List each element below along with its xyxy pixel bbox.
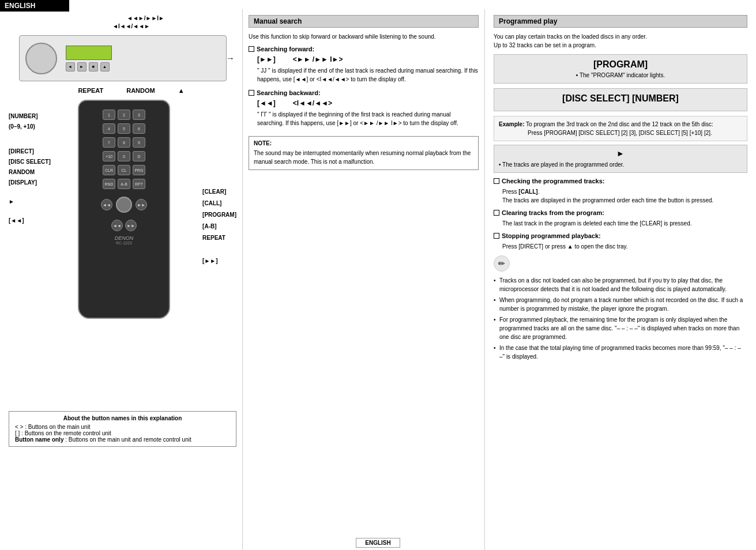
random-label: RANDOM — [126, 87, 155, 94]
footer: ENGLISH — [0, 536, 756, 550]
fwd-note: " JJ " is displayed if the end of the la… — [257, 66, 479, 84]
eject-label: ▲ — [178, 87, 185, 94]
remote-action-row1: CLR CL PRG — [103, 165, 145, 175]
note-title: NOTE: — [254, 140, 473, 146]
fwd-btn1: [►►] — [257, 55, 276, 63]
remote-numpad-row1: 1 2 3 — [103, 110, 145, 120]
play-arrow: ► — [499, 149, 742, 158]
remote-btn-repeat[interactable]: RPT — [133, 179, 145, 189]
checkbox-icon-clear — [494, 210, 499, 216]
remote-btn-next[interactable]: ►► — [136, 199, 147, 210]
back-arrow-label: ◄I◄◄/◄◄► — [112, 23, 150, 29]
bwd-btn1: [◄◄] — [257, 99, 276, 107]
remote-label-clear-r: [CLEAR] — [202, 186, 236, 198]
prog-intro2: Up to 32 tracks can be set in a program. — [494, 41, 747, 50]
remote-label-number-sub: (0–9, +10) — [9, 122, 51, 132]
example-text: To program the 3rd track on the 2nd disc… — [526, 121, 713, 127]
example-label: Example: — [499, 121, 524, 127]
remote-btn-play-center[interactable] — [116, 197, 132, 213]
cd-tray — [25, 43, 57, 74]
remote-btn-0[interactable]: 0 — [118, 151, 130, 161]
remote-label-ab-r: [A-B] — [202, 221, 236, 232]
checkbox-icon-stop — [494, 233, 499, 239]
note-text: The sound may be interrupted momentarily… — [254, 149, 473, 166]
prog-intro1: You can play certain tracks on the loade… — [494, 32, 747, 41]
prog-note-1: Tracks on a disc not loaded can also be … — [494, 276, 747, 293]
cd-btn-3: ■ — [89, 62, 98, 71]
remote-numpad-row2: 4 5 6 — [103, 123, 145, 134]
remote-btn-3[interactable]: 3 — [133, 110, 145, 120]
remote-label-display: [DISPLAY] — [9, 178, 51, 188]
cd-btn-1: ◄ — [66, 62, 75, 71]
remote-btn-ab[interactable]: A-B — [118, 179, 130, 189]
remote-label-program-r: [PROGRAM] — [202, 209, 236, 221]
remote-brand-label: DENON — [115, 235, 134, 241]
forward-button-examples: [►►] <►► /►► I►> — [257, 55, 479, 63]
remote-play-section: ◄◄ ►► — [101, 195, 147, 214]
remote-numpad-row3: 7 8 9 — [103, 137, 145, 148]
remote-btn-7[interactable]: 7 — [103, 137, 115, 148]
legend-item-2: [ ] : Buttons on the remote control unit — [15, 430, 230, 436]
remote-action-row2: RND A-B RPT — [103, 179, 145, 189]
legend-box: About the button names in this explanati… — [9, 411, 236, 447]
prog-note-4: In the case that the total playing time … — [494, 344, 747, 361]
remote-btn-disc[interactable]: D — [133, 151, 145, 161]
remote-label-play: ► — [9, 197, 51, 207]
checking-text2: The tracks are displayed in the programm… — [502, 196, 747, 205]
remote-label-disc-select: [DISC SELECT] — [9, 157, 51, 167]
bwd-btn2: <I◄◄/◄◄> — [293, 99, 332, 107]
repeat-label: REPEAT — [78, 87, 103, 94]
remote-btn-ff[interactable]: ►► — [125, 220, 137, 231]
remote-label-direct: [DIRECT] — [9, 146, 51, 157]
remote-btn-program[interactable]: PRG — [133, 165, 145, 175]
remote-label-repeat-r: REPEAT — [202, 232, 236, 244]
remote-label-random: RANDOM — [9, 167, 51, 178]
stopping-title: Stopping programmed playback: — [494, 232, 747, 239]
remote-btn-6[interactable]: 6 — [133, 123, 145, 134]
arrows-top: ◄◄►/►►I► — [9, 15, 236, 21]
example-box: Example: To program the 3rd track on the… — [494, 116, 747, 141]
cd-btn-2: ► — [77, 62, 86, 71]
remote-btn-5[interactable]: 5 — [118, 123, 130, 134]
checking-call: [CALL] — [518, 189, 537, 195]
remote-btn-10[interactable]: +10 — [103, 151, 115, 161]
bwd-note: " ΓΓ " is displayed if the beginning of … — [257, 110, 479, 127]
note-box: NOTE: The sound may be interrupted momen… — [249, 136, 479, 170]
play-arrow-box: ► • The tracks are played in the program… — [494, 145, 747, 173]
remote-btn-random-r[interactable]: RND — [103, 179, 115, 189]
left-column: ◄◄►/►►I► ◄I◄◄/◄◄► ◄ ► ■ ▲ → — [0, 9, 242, 550]
legend-item-3-suffix: : Buttons on the main unit and remote co… — [65, 436, 191, 443]
remote-label-ffwd-r: [►►] — [202, 255, 236, 267]
backward-button-examples: [◄◄] <I◄◄/◄◄> — [257, 99, 479, 107]
remote-btn-rew[interactable]: ◄◄ — [111, 220, 123, 231]
remote-label-rewind: [◄◄] — [9, 216, 51, 226]
remote-btn-prev[interactable]: ◄◄ — [101, 199, 112, 210]
prog-notes: Tracks on a disc not loaded can also be … — [494, 276, 747, 361]
clearing-title: Clearing tracks from the program: — [494, 209, 747, 216]
remote-btn-clear[interactable]: CLR — [103, 165, 115, 175]
remote-btn-1[interactable]: 1 — [103, 110, 115, 120]
language-header: ENGLISH — [0, 0, 69, 12]
legend-item-1: < > : Buttons on the main unit — [15, 424, 230, 430]
searching-backward-title: Searching backward: — [249, 89, 479, 96]
program-box-title: [PROGRAM] — [499, 59, 742, 70]
checking-title: Checking the programmed tracks: — [494, 178, 747, 184]
remote-model-label: RC-1023 — [116, 241, 132, 245]
program-box-sub: • The "PROGRAM" indicator lights. — [499, 72, 742, 78]
programmed-play-header: Programmed play — [494, 15, 747, 28]
legend-title: About the button names in this explanati… — [15, 415, 230, 421]
remote-btn-8[interactable]: 8 — [118, 137, 130, 148]
searching-forward-title: Searching forward: — [249, 46, 479, 52]
remote-btn-call[interactable]: CL — [118, 165, 130, 175]
remote-playback-row: ◄◄ ►► — [111, 220, 137, 231]
program-box: [PROGRAM] • The "PROGRAM" indicator ligh… — [494, 54, 747, 84]
remote-btn-9[interactable]: 9 — [133, 137, 145, 148]
remote-btn-4[interactable]: 4 — [103, 123, 115, 134]
manual-search-intro: Use this function to skip forward or bac… — [249, 32, 479, 41]
remote-container: [NUMBER] (0–9, +10) [DIRECT] [DISC SELEC… — [9, 100, 236, 319]
cd-display — [66, 46, 112, 60]
remote-label-call-r: [CALL] — [202, 198, 236, 209]
remote-btn-2[interactable]: 2 — [118, 110, 130, 120]
fwd-btn2: <►► /►► I►> — [293, 55, 343, 63]
footer-english-label: ENGLISH — [356, 538, 400, 548]
